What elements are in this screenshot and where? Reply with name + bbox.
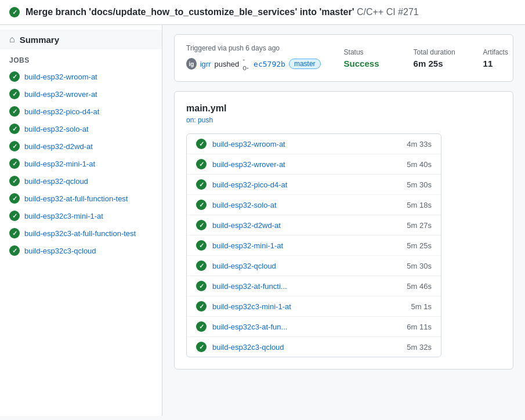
job-success-icon [9,124,20,134]
workflow-job-icon [196,139,207,149]
workflow-job-duration: 5m 18s [403,201,432,209]
sidebar: ⌂ Summary Jobs build-esp32-wroom-atbuild… [0,25,162,416]
sidebar-jobs-list: build-esp32-wroom-atbuild-esp32-wrover-a… [0,68,162,259]
job-success-icon [9,211,20,221]
workflow-title: main.yml [186,103,501,114]
job-success-icon [9,71,20,82]
job-success-icon [9,193,20,204]
workflow-job-duration: 5m 46s [403,282,432,291]
workflow-job-duration: 5m 30s [403,262,432,270]
sidebar-job-label: build-esp32-qcloud [24,177,88,186]
trigger-on-label: on: [186,116,196,124]
sidebar-job-label: build-esp32-solo-at [24,125,89,133]
sidebar-job-label: build-esp32-wroom-at [24,73,97,81]
workflow-job-row: build-esp32c3-qcloud5m 32s [187,337,441,357]
workflow-job-name[interactable]: build-esp32-wroom-at [212,140,397,149]
workflow-job-icon [196,321,207,332]
status-label: Status [344,48,390,56]
workflow-job-name[interactable]: build-esp32-wrover-at [212,160,397,169]
trigger-section: Triggered via push 6 days ago ig igrr pu… [186,44,321,72]
workflow-job-name[interactable]: build-esp32c3-mini-1-at [212,302,397,311]
job-success-icon [9,245,20,256]
workflow-job-duration: 5m 30s [403,180,432,189]
workflow-job-duration: 5m 27s [403,221,432,230]
duration-stat: Total duration 6m 25s [414,48,460,68]
workflow-job-name[interactable]: build-esp32-d2wd-at [212,221,397,230]
status-value: Success [344,59,390,68]
workflow-job-name[interactable]: build-esp32-pico-d4-at [212,180,397,189]
sidebar-job-item[interactable]: build-esp32-solo-at [0,120,162,137]
branch-badge[interactable]: master [289,59,321,69]
job-success-icon [9,106,20,117]
workflow-job-duration: 5m 1s [403,302,432,311]
workflow-job-icon [196,301,207,312]
sidebar-job-item[interactable]: build-esp32c3-qcloud [0,242,162,259]
sidebar-job-item[interactable]: build-esp32-wrover-at [0,85,162,103]
workflow-card: main.yml on: push build-esp32-wroom-at4m… [174,91,513,370]
commit-hash[interactable]: ec5792b [254,60,285,68]
artifacts-label: Artifacts [483,48,525,56]
workflow-job-icon [196,179,207,190]
workflow-job-name[interactable]: build-esp32c3-qcloud [212,343,397,352]
workflow-job-name[interactable]: build-esp32-at-functi... [212,282,397,291]
workflow-job-row: build-esp32c3-at-fun...6m 11s [187,317,441,337]
artifacts-value: 11 [483,59,525,68]
workflow-job-row: build-esp32-wrover-at5m 40s [187,154,441,175]
jobs-inner-card: build-esp32-wroom-at4m 33sbuild-esp32-wr… [186,133,441,357]
sidebar-job-label: build-esp32-mini-1-at [24,160,95,168]
workflow-job-duration: 6m 11s [403,323,432,331]
sidebar-job-item[interactable]: build-esp32-qcloud [0,172,162,190]
home-icon: ⌂ [9,34,15,45]
push-text: pushed [214,60,239,68]
sidebar-job-label: build-esp32-at-full-function-test [24,194,128,203]
workflow-job-name[interactable]: build-esp32-solo-at [212,201,397,209]
workflow-job-icon [196,342,207,352]
sidebar-job-label: build-esp32-wrover-at [24,90,97,99]
trigger-details: ig igrr pushed -o- ec5792b master [186,56,321,72]
workflow-job-row: build-esp32-mini-1-at5m 25s [187,236,441,256]
sidebar-job-label: build-esp32c3-mini-1-at [24,212,103,220]
status-icon-header [9,7,20,17]
workflow-job-row: build-esp32-wroom-at4m 33s [187,134,441,154]
artifacts-stat: Artifacts 11 [483,48,525,68]
page-title: Merge branch 'docs/update_how_to_customi… [26,7,419,17]
workflow-job-name[interactable]: build-esp32c3-at-fun... [212,323,397,331]
workflow-job-icon [196,281,207,291]
sidebar-job-item[interactable]: build-esp32-pico-d4-at [0,103,162,120]
workflow-job-row: build-esp32-solo-at5m 18s [187,195,441,215]
workflow-trigger: on: push [186,116,501,124]
workflow-job-name[interactable]: build-esp32-qcloud [212,262,397,270]
username[interactable]: igrr [200,60,211,68]
sidebar-job-label: build-esp32c3-qcloud [24,247,96,255]
sidebar-job-item[interactable]: build-esp32-mini-1-at [0,155,162,172]
workflow-job-icon [196,240,207,251]
workflow-job-row: build-esp32-d2wd-at5m 27s [187,215,441,236]
trigger-on-value[interactable]: push [198,116,213,124]
sidebar-job-label: build-esp32-pico-d4-at [24,107,99,116]
sidebar-job-item[interactable]: build-esp32c3-at-full-function-test [0,225,162,242]
sidebar-job-label: build-esp32c3-at-full-function-test [24,229,136,238]
jobs-section-label: Jobs [0,49,162,68]
git-arrow-icon: -o- [242,56,250,72]
workflow-job-icon [196,220,207,230]
ci-label: C/C++ CI #271 [357,7,419,17]
job-success-icon [9,158,20,169]
workflow-job-name[interactable]: build-esp32-mini-1-at [212,241,397,250]
job-success-icon [9,228,20,238]
summary-nav-item[interactable]: ⌂ Summary [0,30,162,49]
duration-label: Total duration [414,48,460,56]
sidebar-job-item[interactable]: build-esp32-wroom-at [0,68,162,85]
avatar: ig [186,58,197,70]
sidebar-job-item[interactable]: build-esp32-d2wd-at [0,137,162,155]
workflow-job-duration: 4m 33s [403,140,432,149]
sidebar-job-item[interactable]: build-esp32c3-mini-1-at [0,207,162,225]
workflow-job-icon [196,260,207,271]
main-content: Triggered via push 6 days ago ig igrr pu… [162,25,525,416]
job-success-icon [9,141,20,151]
job-success-icon [9,89,20,99]
sidebar-job-item[interactable]: build-esp32-at-full-function-test [0,190,162,207]
top-bar: Merge branch 'docs/update_how_to_customi… [0,0,525,25]
workflow-job-row: build-esp32-pico-d4-at5m 30s [187,175,441,195]
duration-value: 6m 25s [414,59,460,68]
workflow-job-duration: 5m 32s [403,343,432,352]
